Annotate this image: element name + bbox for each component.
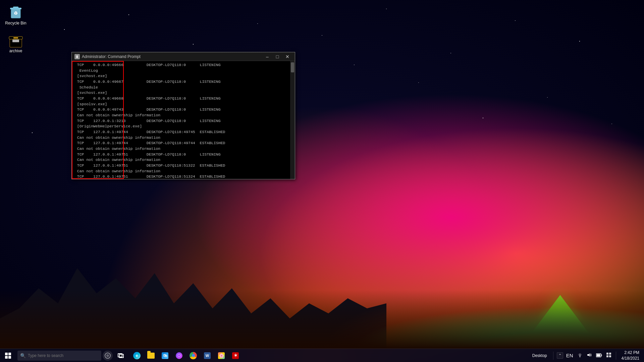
search-icon: 🔍 — [20, 353, 26, 358]
svg-rect-10 — [13, 37, 18, 39]
search-input[interactable] — [28, 353, 99, 358]
tent-glow — [537, 305, 584, 332]
cmd-line: Can not obtain ownership information — [72, 146, 289, 152]
cmd-line: Can not obtain ownership information — [72, 113, 289, 118]
desktop-icon-recycle-bin[interactable]: ♻ Recycle Bin — [3, 3, 29, 25]
microsoft-store-icon: 🛍 — [162, 352, 168, 359]
cmd-title: Administrator: Command Prompt — [82, 54, 263, 59]
mountain-glow — [322, 282, 644, 349]
taskbar-apps-button[interactable]: ⬡ — [172, 349, 186, 362]
cmd-line: TCP 127.0.0.1:49744 DESKTOP-LD7Q118:4974… — [72, 129, 289, 135]
cmd-scrollbar[interactable] — [290, 61, 295, 179]
battery-icon[interactable] — [595, 352, 603, 359]
taskbar-store-button[interactable]: 🛍 — [158, 349, 172, 362]
cmd-line: TCP 0.0.0.0:49743 DESKTOP-LD7Q118:0 LIST… — [72, 107, 289, 113]
windows-logo-icon — [5, 353, 11, 359]
svg-rect-16 — [596, 354, 600, 357]
notification-icon[interactable] — [605, 352, 612, 359]
desktop: ♻ Recycle Bin archive ▮ Administrator: C… — [0, 0, 644, 362]
task-view-button[interactable] — [114, 349, 127, 362]
apps-icon: ⬡ — [176, 352, 182, 359]
chrome-icon — [190, 352, 197, 359]
svg-rect-9 — [12, 40, 19, 42]
chrome-center — [192, 354, 195, 357]
cmd-line: TCP 127.0.0.1:3213 DESKTOP-LD7Q118:0 LIS… — [72, 118, 289, 124]
cmd-content: TCP 0.0.0.0:49666 DESKTOP-LD7Q118:0 LIST… — [72, 61, 295, 179]
cmd-line: TCP 127.0.0.1:49751 DESKTOP-LD7Q118:5132… — [72, 163, 289, 169]
taskbar-word-button[interactable]: W — [201, 349, 214, 362]
recycle-bin-icon: ♻ — [8, 3, 24, 19]
taskbar-explorer-button[interactable] — [144, 349, 158, 362]
cmd-window: ▮ Administrator: Command Prompt – □ ✕ TC… — [71, 52, 295, 179]
taskbar-av-button[interactable]: ✶ — [229, 349, 242, 362]
system-tray: Desktop ⌃ EN — [530, 349, 644, 362]
mountain-silhouette — [0, 248, 386, 349]
file-explorer-icon — [147, 353, 155, 359]
archive-icon — [8, 33, 24, 49]
clock[interactable]: 2:42 PM 4/18/2021 — [620, 350, 641, 361]
task-view-icon — [118, 353, 124, 358]
tray-separator — [553, 352, 553, 360]
antivirus-icon: ✶ — [232, 352, 239, 359]
svg-rect-18 — [609, 353, 611, 355]
taskbar-chrome-button[interactable] — [186, 349, 200, 362]
cmd-line: TCP 127.0.0.1:49744 DESKTOP-LD7Q118:4974… — [72, 140, 289, 146]
desktop-icon-archive[interactable]: archive — [3, 33, 29, 53]
cmd-line: [spoolsv.exe] — [72, 102, 289, 107]
tray-separator-2 — [616, 352, 616, 360]
cmd-close-button[interactable]: ✕ — [283, 54, 292, 60]
cmd-line: TCP 127.0.0.1:49751 DESKTOP-LD7Q118:5132… — [72, 174, 289, 179]
edge-icon: e — [133, 352, 141, 359]
clock-date: 4/18/2021 — [622, 356, 639, 361]
cmd-line: Can not obtain ownership information — [72, 135, 289, 141]
archive-label: archive — [9, 49, 22, 53]
cmd-line: Can not obtain ownership information — [72, 157, 289, 163]
cmd-window-controls[interactable]: – □ ✕ — [263, 54, 292, 60]
taskbar-apps: e 🛍 ⬡ W — [130, 349, 242, 362]
language-icon[interactable]: EN — [565, 352, 574, 359]
cmd-line: Schedule — [72, 85, 289, 90]
cmd-line: TCP 127.0.0.1:49751 DESKTOP-LD7Q118:0 LI… — [72, 152, 289, 158]
cmd-line: TCP 0.0.0.0:49666 DESKTOP-LD7Q118:0 LIST… — [72, 62, 289, 68]
search-bar[interactable]: 🔍 — [17, 351, 101, 361]
cmd-line: TCP 0.0.0.0:49667 DESKTOP-LD7Q118:0 LIST… — [72, 79, 289, 85]
photos-icon: 🌸 — [218, 352, 225, 359]
cortana-icon — [105, 353, 111, 359]
tent — [530, 288, 590, 335]
cmd-line: Can not obtain ownership information — [72, 169, 289, 174]
network-icon[interactable] — [576, 352, 584, 359]
cmd-window-icon: ▮ — [74, 54, 80, 59]
clock-time: 2:42 PM — [622, 350, 639, 356]
volume-icon[interactable] — [586, 352, 593, 359]
word-icon: W — [204, 352, 211, 359]
svg-point-12 — [106, 354, 109, 357]
cmd-line: EventLog — [72, 68, 289, 74]
svg-point-13 — [579, 356, 580, 357]
svg-rect-20 — [609, 355, 611, 357]
taskbar: 🔍 e 🛍 — [0, 349, 644, 362]
recycle-bin-label: Recycle Bin — [5, 21, 26, 25]
show-more-button[interactable]: ⌃ — [557, 352, 563, 359]
desktop-label[interactable]: Desktop — [530, 353, 550, 358]
cmd-maximize-button[interactable]: □ — [273, 54, 282, 60]
taskbar-photos-button[interactable]: 🌸 — [215, 349, 228, 362]
scrollbar-thumb[interactable] — [291, 62, 294, 72]
cmd-text-area[interactable]: TCP 0.0.0.0:49666 DESKTOP-LD7Q118:0 LIST… — [72, 61, 290, 179]
cortana-button[interactable] — [103, 351, 113, 361]
svg-rect-15 — [601, 355, 602, 356]
start-button[interactable] — [0, 349, 16, 362]
cmd-minimize-button[interactable]: – — [263, 54, 272, 60]
svg-text:♻: ♻ — [14, 11, 18, 16]
svg-rect-17 — [606, 353, 608, 355]
taskbar-edge-button[interactable]: e — [130, 349, 144, 362]
cmd-line: [svchost.exe] — [72, 73, 289, 79]
cmd-line: [OriginWebHelperService.exe] — [72, 124, 289, 129]
tent-body — [530, 295, 590, 335]
cmd-line: [svchost.exe] — [72, 90, 289, 96]
cmd-line: TCP 0.0.0.0:49668 DESKTOP-LD7Q118:0 LIST… — [72, 96, 289, 102]
svg-rect-19 — [606, 355, 608, 357]
cmd-titlebar[interactable]: ▮ Administrator: Command Prompt – □ ✕ — [72, 52, 295, 61]
svg-rect-3 — [13, 7, 18, 8]
desktop-mountains — [0, 248, 644, 349]
